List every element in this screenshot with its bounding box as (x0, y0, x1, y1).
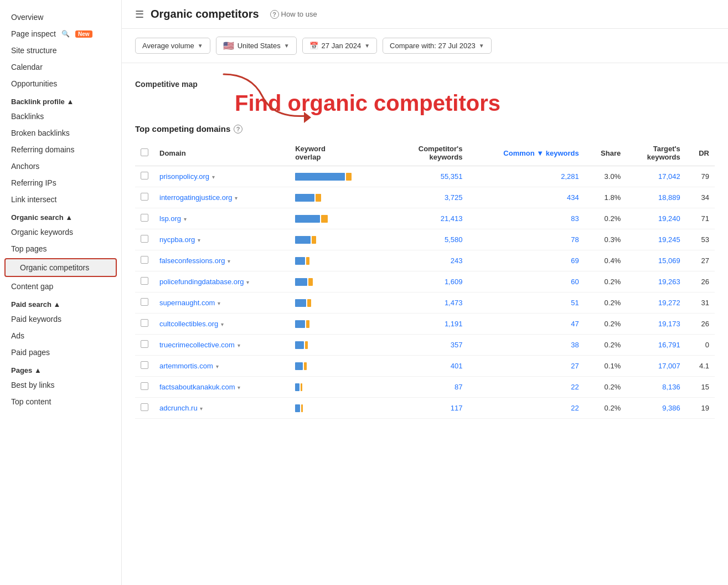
domain-dropdown-icon[interactable]: ▾ (199, 406, 203, 412)
th-dr[interactable]: DR (686, 140, 715, 166)
dr-cell: 53 (686, 229, 715, 250)
how-to-use-link[interactable]: ? How to use (270, 10, 317, 19)
sidebar-item-paid-keywords[interactable]: Paid keywords (0, 311, 121, 327)
sidebar-item-site-structure[interactable]: Site structure (0, 42, 121, 59)
sidebar-item-content-gap[interactable]: Content gap (0, 278, 121, 295)
domain-dropdown-icon[interactable]: ▾ (245, 279, 250, 285)
row-checkbox-1[interactable] (141, 193, 148, 201)
competitor-keywords-cell: 117 (394, 398, 468, 419)
row-checkbox-3[interactable] (141, 235, 148, 243)
domain-dropdown-icon[interactable]: ▾ (182, 216, 187, 222)
domain-link-3[interactable]: nycpba.org (159, 235, 195, 244)
table-info-icon[interactable]: ? (234, 125, 242, 134)
domain-link-7[interactable]: cultcollectibles.org (159, 320, 218, 328)
domain-dropdown-icon[interactable]: ▾ (196, 237, 200, 243)
competitor-keywords-cell: 1,191 (394, 314, 468, 335)
table-row: prisonpolicy.org ▾55,3512,2813.0%17,0427… (135, 166, 715, 187)
bar-blue (295, 278, 307, 286)
domain-dropdown-icon[interactable]: ▾ (226, 258, 231, 264)
target-keywords-cell: 9,386 (626, 398, 686, 419)
sidebar-item-broken-backlinks[interactable]: Broken backlinks (0, 125, 121, 141)
domain-link-6[interactable]: supernaught.com (159, 299, 215, 307)
competitors-table: Domain Keywordoverlap Competitor'skeywor… (135, 140, 715, 419)
th-common-keywords[interactable]: Common ▼ keywords (468, 140, 584, 166)
volume-filter[interactable]: Average volume ▼ (135, 38, 210, 54)
sidebar-item-organic-keywords[interactable]: Organic keywords (0, 224, 121, 240)
row-checkbox-11[interactable] (141, 403, 148, 411)
sidebar-item-organic-competitors[interactable]: Organic competitors (4, 258, 117, 277)
domain-link-4[interactable]: falseconfessions.org (159, 256, 225, 265)
target-keywords-cell: 19,272 (626, 292, 686, 314)
th-competitor-keywords[interactable]: Competitor'skeywords (394, 140, 468, 166)
chevron-down-icon: ▼ (198, 43, 203, 49)
target-keywords-cell: 19,173 (626, 314, 686, 335)
domain-dropdown-icon[interactable]: ▾ (234, 195, 238, 201)
compare-filter[interactable]: Compare with: 27 Jul 2023 ▼ (383, 38, 492, 54)
bar-orange (346, 173, 352, 181)
row-checkbox-7[interactable] (141, 319, 148, 327)
sidebar-section-organic[interactable]: Organic search ▲ (0, 208, 121, 224)
domain-link-1[interactable]: interrogatingjustice.org (159, 193, 233, 202)
row-checkbox-6[interactable] (141, 298, 148, 306)
country-filter[interactable]: 🇺🇸 United States ▼ (216, 37, 297, 55)
sidebar-item-top-pages[interactable]: Top pages (0, 240, 121, 257)
row-checkbox-8[interactable] (141, 340, 148, 348)
dr-cell: 34 (686, 187, 715, 208)
row-checkbox-2[interactable] (141, 214, 148, 222)
table-row: policefundingdatabase.org ▾1,609600.2%19… (135, 271, 715, 292)
share-cell: 0.2% (585, 398, 626, 419)
row-checkbox-10[interactable] (141, 382, 148, 390)
domain-dropdown-icon[interactable]: ▾ (236, 342, 240, 348)
domain-link-11[interactable]: adcrunch.ru (159, 404, 198, 412)
sidebar-section-backlink[interactable]: Backlink profile ▲ (0, 92, 121, 108)
domain-dropdown-icon[interactable]: ▾ (216, 300, 220, 306)
sidebar-item-ads[interactable]: Ads (0, 327, 121, 344)
sidebar-item-calendar[interactable]: Calendar (0, 59, 121, 75)
domain-dropdown-icon[interactable]: ▾ (219, 321, 224, 327)
th-target-keywords[interactable]: Target'skeywords (626, 140, 686, 166)
domain-link-9[interactable]: artemmortis.com (159, 362, 213, 370)
competitor-keywords-cell: 21,413 (394, 208, 468, 229)
sidebar-item-paid-pages[interactable]: Paid pages (0, 344, 121, 361)
row-checkbox-4[interactable] (141, 256, 148, 264)
sidebar-item-top-content[interactable]: Top content (0, 393, 121, 410)
hamburger-icon[interactable]: ☰ (135, 8, 144, 20)
domain-link-10[interactable]: factsaboutkanakuk.com (159, 383, 235, 391)
competitor-keywords-cell: 1,473 (394, 292, 468, 314)
bar-orange (301, 383, 302, 391)
domain-dropdown-icon[interactable]: ▾ (214, 363, 219, 370)
sidebar-item-link-intersect[interactable]: Link intersect (0, 191, 121, 208)
domain-link-0[interactable]: prisonpolicy.org (159, 172, 209, 181)
domain-dropdown-icon[interactable]: ▾ (210, 174, 215, 180)
domain-link-8[interactable]: truecrimecollective.com (159, 341, 235, 349)
domain-link-2[interactable]: lsp.org (159, 214, 181, 223)
date-filter[interactable]: 📅 27 Jan 2024 ▼ (302, 38, 377, 54)
competitor-keywords-cell: 357 (394, 335, 468, 356)
topbar: ☰ Organic competitors ? How to use (122, 0, 728, 29)
sidebar-item-referring-ips[interactable]: Referring IPs (0, 175, 121, 191)
sidebar-section-pages[interactable]: Pages ▲ (0, 361, 121, 377)
dr-cell: 26 (686, 314, 715, 335)
chevron-down-icon: ▼ (479, 43, 484, 49)
search-icon: 🔍 (61, 30, 70, 38)
sidebar-item-best-by-links[interactable]: Best by links (0, 377, 121, 393)
row-checkbox-0[interactable] (141, 172, 148, 179)
sidebar-item-anchors[interactable]: Anchors (0, 158, 121, 175)
th-domain[interactable]: Domain (154, 140, 290, 166)
bar-orange (308, 278, 313, 286)
sidebar: Overview Page inspect 🔍 New Site structu… (0, 0, 122, 585)
sidebar-item-opportunities[interactable]: Opportunities (0, 75, 121, 92)
common-keywords-cell: 69 (468, 250, 584, 271)
sidebar-section-paid[interactable]: Paid search ▲ (0, 295, 121, 311)
domain-dropdown-icon[interactable]: ▾ (236, 384, 241, 391)
th-share[interactable]: Share (585, 140, 626, 166)
domain-link-5[interactable]: policefundingdatabase.org (159, 278, 244, 286)
row-checkbox-5[interactable] (141, 277, 148, 285)
sidebar-item-page-inspect[interactable]: Page inspect 🔍 New (0, 25, 121, 42)
bar-orange (301, 404, 303, 412)
sidebar-item-overview[interactable]: Overview (0, 9, 121, 25)
competitor-keywords-cell: 3,725 (394, 187, 468, 208)
sidebar-item-referring-domains[interactable]: Referring domains (0, 141, 121, 158)
sidebar-item-backlinks[interactable]: Backlinks (0, 108, 121, 125)
row-checkbox-9[interactable] (141, 361, 148, 369)
